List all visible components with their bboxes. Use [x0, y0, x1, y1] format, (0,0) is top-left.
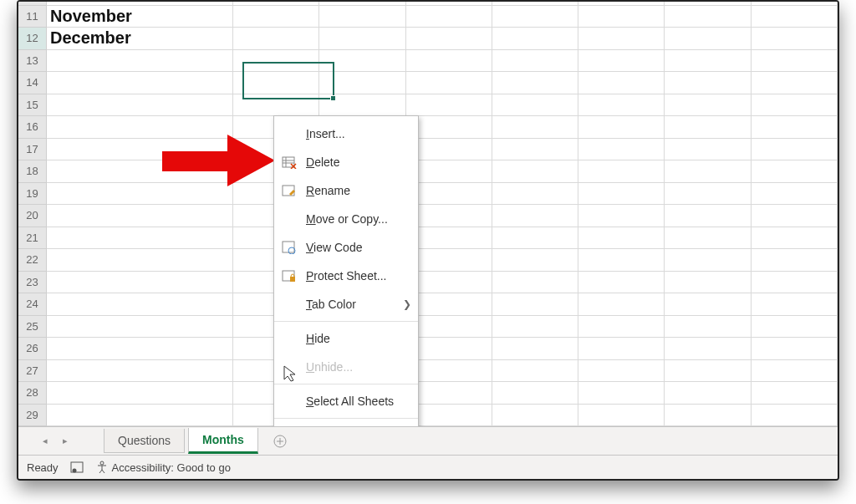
- cell[interactable]: [492, 405, 578, 426]
- row-header[interactable]: 12: [18, 28, 47, 50]
- cell[interactable]: [47, 405, 233, 426]
- cell[interactable]: [47, 272, 233, 293]
- cell[interactable]: [752, 28, 838, 49]
- cell[interactable]: [752, 160, 838, 182]
- cell[interactable]: [752, 293, 838, 315]
- cell[interactable]: [752, 139, 838, 160]
- grid-row[interactable]: November: [47, 6, 838, 28]
- cell[interactable]: [406, 2, 492, 5]
- row-header[interactable]: 23: [18, 272, 47, 294]
- cell[interactable]: [578, 183, 665, 205]
- row-header[interactable]: 14: [18, 72, 47, 94]
- sheet-tab-months[interactable]: Months: [188, 428, 258, 454]
- cell[interactable]: [578, 382, 665, 404]
- menu-view-code[interactable]: View Code: [274, 233, 418, 262]
- row-header[interactable]: 18: [18, 160, 47, 183]
- cell[interactable]: [578, 28, 665, 49]
- grid-row[interactable]: [47, 139, 838, 161]
- grid-row[interactable]: [47, 205, 838, 227]
- sheet-nav-next[interactable]: ▸: [57, 433, 74, 450]
- cell[interactable]: [319, 28, 405, 49]
- cell[interactable]: [752, 360, 838, 382]
- row-header[interactable]: 26: [18, 338, 47, 360]
- macro-recorder-icon[interactable]: [70, 461, 84, 474]
- cell[interactable]: [665, 338, 751, 359]
- cell[interactable]: [492, 227, 578, 249]
- cell[interactable]: [665, 227, 751, 249]
- menu-move-copy[interactable]: Move or Copy...: [274, 205, 418, 233]
- cell[interactable]: [665, 183, 751, 205]
- menu-select-all-sheets[interactable]: Select All Sheets: [274, 387, 418, 415]
- cell[interactable]: [406, 50, 492, 72]
- cell[interactable]: [406, 72, 492, 94]
- grid-row[interactable]: [47, 272, 838, 294]
- cell[interactable]: [492, 50, 578, 72]
- cell[interactable]: [752, 183, 838, 205]
- cell[interactable]: [752, 6, 838, 28]
- cell[interactable]: [752, 116, 838, 138]
- cell[interactable]: [492, 360, 578, 382]
- cell[interactable]: [752, 227, 838, 249]
- cell[interactable]: [47, 50, 233, 72]
- cell[interactable]: [665, 272, 751, 293]
- cell[interactable]: [578, 160, 665, 182]
- row-header[interactable]: 17: [18, 139, 47, 161]
- grid-row[interactable]: [47, 405, 838, 427]
- row-header[interactable]: 28: [18, 382, 47, 405]
- row-header[interactable]: 25: [18, 316, 47, 339]
- cell[interactable]: [47, 94, 233, 116]
- cell[interactable]: [752, 50, 838, 72]
- cell[interactable]: [665, 405, 751, 426]
- cell[interactable]: [665, 316, 751, 338]
- cell[interactable]: [752, 272, 838, 293]
- cell[interactable]: December: [47, 28, 233, 49]
- cell[interactable]: [492, 2, 578, 5]
- row-header[interactable]: 21: [18, 227, 47, 250]
- selected-cell-B12[interactable]: [242, 62, 334, 99]
- cell[interactable]: [47, 293, 233, 315]
- cell[interactable]: [492, 382, 578, 404]
- new-sheet-button[interactable]: [267, 428, 293, 455]
- cell[interactable]: [578, 316, 665, 338]
- cell[interactable]: [47, 205, 233, 227]
- cell[interactable]: [752, 405, 838, 426]
- grid-row[interactable]: [47, 360, 838, 383]
- cell[interactable]: [406, 405, 492, 426]
- cell[interactable]: [47, 382, 233, 404]
- cell[interactable]: [47, 72, 233, 94]
- row-header[interactable]: 13: [18, 50, 47, 73]
- spreadsheet-grid[interactable]: 1011121314151617181920212223242526272829…: [18, 2, 838, 426]
- cell[interactable]: [665, 6, 751, 28]
- cell[interactable]: [665, 94, 751, 116]
- cell[interactable]: [752, 94, 838, 116]
- cell[interactable]: [752, 249, 838, 271]
- cell[interactable]: [492, 272, 578, 293]
- menu-protect-sheet[interactable]: Protect Sheet...: [274, 262, 418, 290]
- row-header[interactable]: 20: [18, 205, 47, 227]
- cell[interactable]: [578, 205, 665, 227]
- cell[interactable]: [578, 6, 665, 28]
- cell[interactable]: [406, 338, 492, 359]
- menu-rename[interactable]: Rename: [274, 176, 418, 205]
- cell[interactable]: [578, 50, 665, 72]
- cell[interactable]: [406, 28, 492, 49]
- grid-row[interactable]: [47, 116, 838, 139]
- cell[interactable]: [47, 316, 233, 338]
- cell[interactable]: [406, 316, 492, 338]
- cell[interactable]: [752, 382, 838, 404]
- row-header[interactable]: 15: [18, 94, 47, 117]
- cell[interactable]: [406, 6, 492, 28]
- cell[interactable]: [233, 6, 319, 28]
- cell[interactable]: [492, 72, 578, 94]
- cell[interactable]: [492, 293, 578, 315]
- grid-row[interactable]: [47, 94, 838, 117]
- cell[interactable]: [47, 249, 233, 271]
- cell[interactable]: [665, 360, 751, 382]
- cell[interactable]: [492, 338, 578, 359]
- cell[interactable]: [47, 160, 233, 182]
- cell[interactable]: [578, 2, 665, 5]
- cell[interactable]: [752, 205, 838, 227]
- accessibility-status[interactable]: Accessibility: Good to go: [96, 461, 231, 474]
- menu-tab-color[interactable]: Tab Color ❯: [274, 290, 418, 318]
- cell[interactable]: November: [47, 6, 233, 28]
